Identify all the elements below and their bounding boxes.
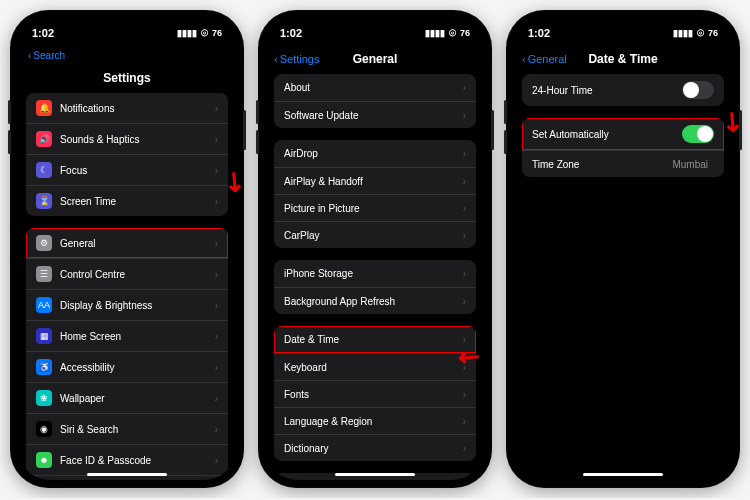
phone-device-1: 1:02 ▮▮▮▮ ⦾ 76 ‹ Search Settings 🔔Notifi… [10, 10, 244, 488]
settings-row[interactable]: ❀Wallpaper› [26, 382, 228, 413]
row-label: Display & Brightness [60, 300, 215, 311]
chevron-right-icon: › [463, 296, 466, 307]
row-icon: ☾ [36, 162, 52, 178]
settings-list[interactable]: 🔔Notifications›🔊Sounds & Haptics›☾Focus›… [18, 93, 236, 480]
settings-row[interactable]: About› [274, 74, 476, 101]
settings-row[interactable]: AirDrop› [274, 140, 476, 167]
row-label: Set Automatically [532, 129, 682, 140]
signal-icon: ▮▮▮▮ [673, 28, 693, 38]
chevron-right-icon: › [463, 82, 466, 93]
battery-icon: 76 [708, 28, 718, 38]
page-title: Date & Time [582, 52, 664, 66]
back-label: Settings [280, 53, 320, 65]
settings-row[interactable]: ☻Face ID & Passcode› [26, 444, 228, 475]
back-button[interactable]: ‹ Settings [274, 53, 334, 65]
home-indicator[interactable] [335, 473, 415, 476]
settings-row[interactable]: Dictionary› [274, 434, 476, 461]
volume-down-button [256, 130, 259, 154]
settings-row[interactable]: Language & Region› [274, 407, 476, 434]
chevron-right-icon: › [215, 331, 218, 342]
row-label: iPhone Storage [284, 268, 463, 279]
chevron-right-icon: › [215, 134, 218, 145]
settings-row[interactable]: 🔔Notifications› [26, 93, 228, 123]
general-list[interactable]: About›Software Update› AirDrop›AirPlay &… [266, 74, 484, 480]
back-label: Search [33, 50, 65, 61]
settings-row[interactable]: Fonts› [274, 380, 476, 407]
settings-row[interactable]: ⌛Screen Time› [26, 185, 228, 216]
chevron-right-icon: › [215, 393, 218, 404]
row-label: Screen Time [60, 196, 215, 207]
notch [325, 18, 425, 38]
settings-row[interactable]: AADisplay & Brightness› [26, 289, 228, 320]
row-label: Software Update [284, 110, 463, 121]
phone-device-3: 1:02 ▮▮▮▮ ⦾ 76 ‹ General Date & Time 24-… [506, 10, 740, 488]
row-label: Control Centre [60, 269, 215, 280]
back-button[interactable]: ‹ General [522, 53, 582, 65]
chevron-right-icon: › [463, 230, 466, 241]
settings-row[interactable]: ⚙General› [26, 228, 228, 258]
home-indicator[interactable] [583, 473, 663, 476]
row-label: Language & Region [284, 416, 463, 427]
signal-icon: ▮▮▮▮ [425, 28, 445, 38]
toggle-24hour[interactable] [682, 81, 714, 99]
page-title: General [334, 52, 416, 66]
home-indicator[interactable] [87, 473, 167, 476]
settings-row[interactable]: AirPlay & Handoff› [274, 167, 476, 194]
chevron-right-icon: › [215, 103, 218, 114]
settings-row[interactable]: ♿Accessibility› [26, 351, 228, 382]
settings-row[interactable]: Picture in Picture› [274, 194, 476, 221]
settings-row[interactable]: Keyboard› [274, 353, 476, 380]
power-button [243, 110, 246, 150]
chevron-right-icon: › [215, 196, 218, 207]
chevron-right-icon: › [463, 416, 466, 427]
status-right: ▮▮▮▮ ⦾ 76 [177, 28, 222, 39]
wifi-icon: ⦾ [201, 28, 208, 39]
row-label: Notifications [60, 103, 215, 114]
settings-row[interactable]: ▦Home Screen› [26, 320, 228, 351]
row-label: General [60, 238, 215, 249]
row-icon: ☰ [36, 266, 52, 282]
back-label: General [528, 53, 567, 65]
settings-row[interactable]: ☾Focus› [26, 154, 228, 185]
battery-icon: 76 [212, 28, 222, 38]
settings-row[interactable]: CarPlay› [274, 221, 476, 248]
chevron-left-icon: ‹ [522, 53, 526, 65]
chevron-right-icon: › [463, 268, 466, 279]
row-label: Siri & Search [60, 424, 215, 435]
row-label: About [284, 82, 463, 93]
settings-row[interactable]: Software Update› [274, 101, 476, 128]
chevron-right-icon: › [215, 362, 218, 373]
row-icon: ☻ [36, 452, 52, 468]
toggle-set-automatically[interactable] [682, 125, 714, 143]
row-time-zone[interactable]: Time Zone Mumbai [522, 150, 724, 177]
chevron-right-icon: › [215, 165, 218, 176]
chevron-right-icon: › [215, 238, 218, 249]
settings-row[interactable]: Date & Time› [274, 326, 476, 353]
settings-row[interactable]: Background App Refresh› [274, 287, 476, 314]
row-icon: ♿ [36, 359, 52, 375]
chevron-right-icon: › [215, 300, 218, 311]
chevron-right-icon: › [463, 443, 466, 454]
row-label: Accessibility [60, 362, 215, 373]
row-icon: ⚙ [36, 235, 52, 251]
row-label: Focus [60, 165, 215, 176]
status-right: ▮▮▮▮ ⦾ 76 [425, 28, 470, 39]
row-label: Home Screen [60, 331, 215, 342]
settings-row[interactable]: 🔊Sounds & Haptics› [26, 123, 228, 154]
row-icon: ⌛ [36, 193, 52, 209]
row-24hour-time[interactable]: 24-Hour Time [522, 74, 724, 106]
page-title: Settings [86, 71, 168, 85]
settings-row[interactable]: ☰Control Centre› [26, 258, 228, 289]
row-label: Dictionary [284, 443, 463, 454]
settings-row[interactable]: ◉Siri & Search› [26, 413, 228, 444]
status-time: 1:02 [528, 27, 550, 39]
volume-up-button [8, 100, 11, 124]
row-icon: AA [36, 297, 52, 313]
settings-row[interactable]: iPhone Storage› [274, 260, 476, 287]
row-set-automatically[interactable]: Set Automatically [522, 118, 724, 150]
row-label: Sounds & Haptics [60, 134, 215, 145]
notch [77, 18, 177, 38]
chevron-right-icon: › [463, 148, 466, 159]
back-to-search[interactable]: ‹ Search [18, 48, 236, 67]
row-label: CarPlay [284, 230, 463, 241]
